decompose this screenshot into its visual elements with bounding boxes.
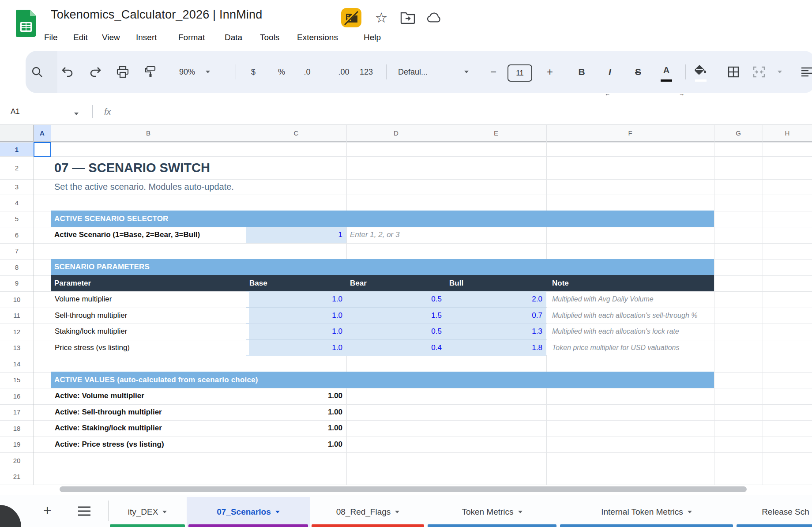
menu-extensions[interactable]: Extensions: [297, 31, 338, 44]
font-selector[interactable]: Defaul...: [396, 51, 470, 93]
redo-icon[interactable]: [86, 51, 104, 93]
print-icon[interactable]: [114, 51, 132, 93]
param-base-value[interactable]: 1.0: [246, 324, 342, 340]
horizontal-align-button[interactable]: [797, 51, 812, 93]
name-box[interactable]: A1: [11, 99, 20, 124]
row-header-9[interactable]: 9: [0, 275, 34, 292]
paint-format-icon[interactable]: [141, 51, 159, 93]
active-value[interactable]: 1.00: [246, 420, 342, 437]
bold-button[interactable]: B: [573, 51, 590, 93]
name-box-dropdown[interactable]: [74, 109, 79, 117]
decrease-font-size-button[interactable]: −: [485, 51, 501, 93]
row-header-19[interactable]: 19: [0, 437, 34, 453]
param-note[interactable]: Multiplied with Avg Daily Volume: [546, 292, 714, 307]
select-all-corner[interactable]: [0, 125, 34, 142]
active-value[interactable]: 1.00: [246, 388, 342, 404]
column-header-d[interactable]: D: [346, 125, 446, 141]
menu-view[interactable]: View: [102, 31, 120, 44]
sheet-tab-release-sch[interactable]: Release Sch: [735, 497, 812, 527]
selector-label-cell[interactable]: Active Scenario (1=Base, 2=Bear, 3=Bull): [51, 227, 246, 242]
menu-file[interactable]: File: [44, 31, 58, 44]
italic-button[interactable]: I: [601, 51, 619, 93]
row-header-12[interactable]: 12: [0, 324, 34, 340]
param-label[interactable]: Staking/lock multiplier: [51, 324, 249, 339]
row-header-15[interactable]: 15: [0, 372, 34, 388]
column-header-f[interactable]: F: [546, 125, 714, 141]
column-header-b[interactable]: B: [51, 125, 246, 141]
document-title[interactable]: Tokenomics_Calculator_2026 | InnMind: [51, 8, 262, 22]
menu-format[interactable]: Format: [178, 31, 205, 44]
param-bear-value[interactable]: 0.4: [346, 340, 442, 356]
row-header-20[interactable]: 20: [0, 452, 34, 469]
row-header-8[interactable]: 8: [0, 259, 34, 275]
param-bear-value[interactable]: 1.5: [346, 308, 442, 324]
menu-insert[interactable]: Insert: [136, 31, 157, 44]
strikethrough-button[interactable]: S: [629, 51, 647, 93]
sheet-tab-ity-dex[interactable]: ity_DEX: [108, 497, 187, 527]
text-color-button[interactable]: A: [658, 51, 675, 93]
star-icon[interactable]: ☆: [373, 10, 389, 26]
move-to-folder-icon[interactable]: [400, 10, 416, 26]
column-header-a[interactable]: A: [34, 125, 51, 141]
param-bull-value[interactable]: 2.0: [446, 291, 542, 308]
row-header-7[interactable]: 7: [0, 243, 34, 260]
increase-font-size-button[interactable]: +: [542, 51, 558, 93]
row-header-16[interactable]: 16: [0, 388, 34, 404]
horizontal-scrollbar[interactable]: [60, 486, 747, 492]
add-sheet-button[interactable]: +: [43, 502, 52, 519]
param-bull-value[interactable]: 1.8: [446, 340, 542, 356]
row-header-18[interactable]: 18: [0, 420, 34, 437]
merge-cells-dropdown[interactable]: [773, 51, 786, 93]
param-label[interactable]: Price stress (vs listing): [51, 340, 249, 356]
sheet-tab-08-red-flags[interactable]: 08_Red_Flags: [310, 497, 426, 527]
row-header-14[interactable]: 14: [0, 356, 34, 372]
param-note[interactable]: Multiplied with each allocation's lock r…: [546, 324, 714, 339]
sheet-tab-07-scenarios[interactable]: 07_Scenarios: [187, 497, 310, 527]
borders-button[interactable]: [724, 51, 743, 93]
param-bull-value[interactable]: 1.3: [446, 324, 542, 340]
row-header-2[interactable]: 2: [0, 156, 34, 179]
sheets-logo-icon[interactable]: [16, 10, 36, 37]
decrease-decimal-button[interactable]: .0 ←: [298, 51, 316, 93]
menu-help[interactable]: Help: [364, 31, 381, 44]
param-bull-value[interactable]: 0.7: [446, 308, 542, 324]
param-label[interactable]: Volume multiplier: [51, 292, 249, 307]
number-format-button[interactable]: 123: [357, 51, 376, 93]
active-value-label[interactable]: Active: Staking/lock multiplier: [51, 421, 249, 436]
compat-warning-badge-icon[interactable]: [340, 7, 363, 28]
selected-cell-a1[interactable]: [34, 142, 51, 157]
fill-color-button[interactable]: [691, 51, 710, 93]
active-value[interactable]: 1.00: [246, 437, 342, 453]
row-header-13[interactable]: 13: [0, 340, 34, 356]
active-value-label[interactable]: Active: Sell-through multiplier: [51, 405, 249, 420]
column-header-c[interactable]: C: [246, 125, 346, 141]
format-percent-button[interactable]: %: [274, 51, 289, 93]
format-currency-button[interactable]: $: [245, 51, 261, 93]
cloud-status-icon[interactable]: [426, 10, 442, 26]
all-sheets-icon[interactable]: [78, 506, 91, 516]
sheet-tab-token-metrics[interactable]: Token Metrics: [426, 497, 558, 527]
row-header-6[interactable]: 6: [0, 227, 34, 243]
column-header-e[interactable]: E: [446, 125, 546, 141]
increase-decimal-button[interactable]: .00 →: [334, 51, 354, 93]
zoom-control[interactable]: 90%: [170, 51, 219, 93]
merge-cells-button[interactable]: [749, 51, 769, 93]
row-header-11[interactable]: 11: [0, 308, 34, 324]
param-note[interactable]: Token price multiplier for USD valuation…: [546, 340, 714, 356]
active-value-label[interactable]: Active: Volume multiplier: [51, 388, 249, 404]
row-header-4[interactable]: 4: [0, 195, 34, 211]
font-size-input[interactable]: 11: [508, 64, 532, 82]
row-header-17[interactable]: 17: [0, 404, 34, 421]
selector-hint-cell[interactable]: Enter 1, 2, or 3: [347, 227, 445, 242]
sheet-tab-internal-token-metrics[interactable]: Internal Token Metrics: [558, 497, 735, 527]
column-header-h[interactable]: H: [763, 125, 812, 141]
param-base-value[interactable]: 1.0: [246, 308, 342, 324]
param-bear-value[interactable]: 0.5: [346, 324, 442, 340]
param-bear-value[interactable]: 0.5: [346, 291, 442, 308]
row-header-10[interactable]: 10: [0, 291, 34, 308]
active-value[interactable]: 1.00: [246, 404, 342, 421]
param-base-value[interactable]: 1.0: [246, 340, 342, 356]
param-base-value[interactable]: 1.0: [246, 291, 342, 308]
row-header-3[interactable]: 3: [0, 179, 34, 195]
undo-icon[interactable]: [59, 51, 76, 93]
